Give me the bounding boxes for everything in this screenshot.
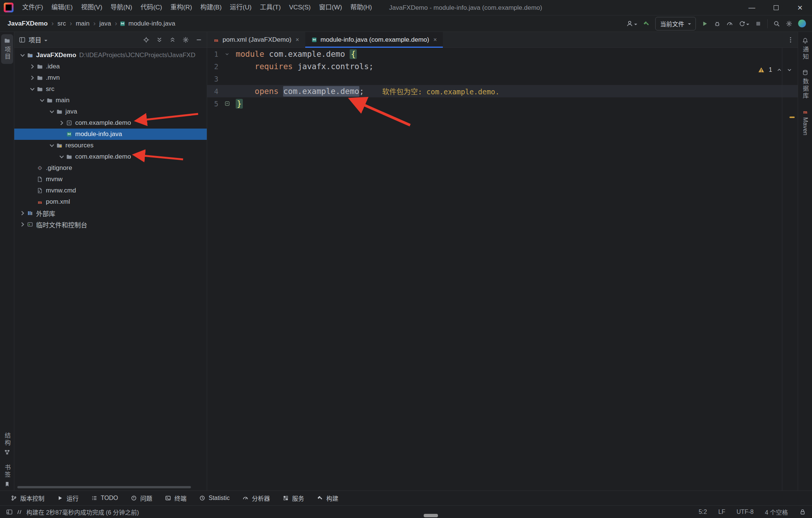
tree-item-mvnw-cmd[interactable]: mvnw.cmd: [14, 185, 207, 196]
tool-stripe-maven[interactable]: mMaven: [799, 105, 811, 139]
warning-stripe-mark[interactable]: [789, 117, 795, 118]
code-line-2[interactable]: 2 requires javafx.controls;: [207, 60, 798, 73]
status-file-encoding[interactable]: UTF-8: [736, 509, 753, 515]
editor[interactable]: 1module com.example.demo {2 requires jav…: [207, 48, 798, 491]
chevron-closed-icon[interactable]: [29, 74, 36, 82]
tab-pom[interactable]: mpom.xml (JavaFXDemo)×: [207, 32, 305, 47]
layout-widget-icon[interactable]: [6, 509, 13, 515]
menu-build[interactable]: 构建(B): [196, 0, 226, 15]
menu-tools[interactable]: 工具(T): [256, 0, 285, 15]
chevron-down-icon[interactable]: [44, 40, 47, 43]
horizontal-scrollbar[interactable]: [17, 486, 191, 488]
tree-item-external-libs[interactable]: 外部库: [14, 208, 207, 219]
maximize-button[interactable]: [764, 0, 788, 15]
tree-item-scratches[interactable]: 临时文件和控制台: [14, 219, 207, 230]
status-message[interactable]: 构建在 2秒87毫秒内成功完成 (6 分钟之前): [26, 507, 139, 516]
settings-gear-icon[interactable]: [786, 20, 792, 27]
tool-stripe-database[interactable]: 数据库: [799, 66, 811, 103]
tool-stripe-bookmarks[interactable]: 书签: [1, 461, 13, 491]
profiler-icon[interactable]: [726, 20, 733, 27]
tool-button-build[interactable]: 构建: [312, 492, 343, 504]
code-line-4[interactable]: 4 opens com.example.demo;软件包为空: com.exam…: [207, 85, 798, 97]
tree-item-mvnw[interactable]: mvnw: [14, 174, 207, 185]
menu-code[interactable]: 代码(C): [136, 0, 167, 15]
tree-item-module-info[interactable]: module-info.java: [14, 129, 207, 140]
build-hammer-icon[interactable]: [643, 20, 650, 27]
panel-settings-icon[interactable]: [182, 36, 189, 43]
locate-file-icon[interactable]: [143, 36, 150, 43]
expand-all-icon[interactable]: [156, 36, 163, 43]
tree-item-pkg-resources[interactable]: com.example.demo: [14, 151, 207, 162]
tool-button-statistic[interactable]: Statistic: [194, 493, 235, 503]
tree-item-idea[interactable]: .idea: [14, 61, 207, 72]
chevron-open-icon[interactable]: [38, 97, 46, 104]
code-with-me-icon[interactable]: [798, 20, 806, 27]
tree-item-src[interactable]: src: [14, 83, 207, 95]
tool-stripe-structure[interactable]: 结构: [1, 429, 13, 459]
tool-stripe-project[interactable]: 项目: [1, 34, 13, 64]
search-icon[interactable]: [773, 20, 780, 27]
tree-item-pom[interactable]: mpom.xml: [14, 196, 207, 208]
tool-button-services[interactable]: 服务: [278, 492, 309, 504]
status-indent-style[interactable]: 4 个空格: [765, 507, 788, 516]
tab-options-icon[interactable]: [787, 32, 794, 48]
chevron-open-icon[interactable]: [29, 85, 36, 93]
profile-button[interactable]: [626, 20, 637, 27]
breadcrumb-project[interactable]: JavaFXDemo: [6, 20, 49, 27]
write-access-lock-icon[interactable]: [799, 509, 806, 515]
hide-panel-icon[interactable]: [195, 36, 202, 43]
status-caret-position[interactable]: 5:2: [698, 509, 707, 515]
menu-navigate[interactable]: 导航(N): [106, 0, 136, 15]
tree-item-main[interactable]: main: [14, 95, 207, 106]
tool-button-version-control[interactable]: 版本控制: [6, 492, 49, 504]
tree-item-pkg-java[interactable]: com.example.demo: [14, 117, 207, 129]
tree-item-gitignore[interactable]: .gitignore: [14, 162, 207, 174]
tool-button-terminal[interactable]: 终端: [160, 492, 191, 504]
rerun-button[interactable]: [739, 20, 749, 27]
tree-item-java[interactable]: java: [14, 106, 207, 117]
chevron-open-icon[interactable]: [19, 51, 26, 59]
tree-item-root[interactable]: JavaFXDemoD:\IDEAProjects\JCNCProjects\J…: [14, 50, 207, 61]
stop-icon[interactable]: [755, 20, 762, 27]
code-line-3[interactable]: 3: [207, 73, 798, 85]
project-panel-title[interactable]: 项目: [29, 35, 41, 44]
breadcrumb-java[interactable]: java: [98, 20, 112, 27]
code-line-1[interactable]: 1module com.example.demo {: [207, 48, 798, 60]
chevron-closed-icon[interactable]: [19, 209, 26, 217]
close-tab-icon[interactable]: ×: [433, 36, 437, 43]
chevron-closed-icon[interactable]: [58, 119, 65, 127]
menu-run[interactable]: 运行(U): [226, 0, 256, 15]
chevron-closed-icon[interactable]: [29, 63, 36, 70]
inspection-widget[interactable]: 1: [758, 67, 792, 73]
chevron-open-icon[interactable]: [58, 153, 65, 161]
menu-help[interactable]: 帮助(H): [346, 0, 376, 15]
menu-vcs[interactable]: VCS(S): [285, 0, 315, 15]
next-problem-icon[interactable]: [786, 67, 792, 73]
status-line-separator[interactable]: LF: [718, 509, 726, 515]
tree-item-mvn[interactable]: .mvn: [14, 72, 207, 83]
chevron-open-icon[interactable]: [48, 108, 56, 115]
tree-item-resources[interactable]: resources: [14, 140, 207, 151]
menu-edit[interactable]: 编辑(E): [47, 0, 77, 15]
tool-button-problems[interactable]: 问题: [126, 492, 157, 504]
tab-module-info[interactable]: module-info.java (com.example.demo)×: [305, 32, 443, 47]
breadcrumb-main[interactable]: main: [74, 20, 91, 27]
tool-stripe-notifications[interactable]: 通知: [799, 34, 811, 64]
menu-view[interactable]: 视图(V): [77, 0, 106, 15]
menu-window[interactable]: 窗口(W): [315, 0, 346, 15]
close-button[interactable]: ✕: [788, 0, 812, 15]
tool-button-todo[interactable]: TODO: [86, 493, 123, 503]
debug-icon[interactable]: [714, 20, 721, 27]
run-icon[interactable]: [701, 20, 708, 27]
chevron-closed-icon[interactable]: [19, 221, 26, 228]
code-line-5[interactable]: 5}: [207, 97, 798, 110]
breadcrumb-file[interactable]: module-info.java: [127, 20, 177, 27]
menu-file[interactable]: 文件(F): [18, 0, 47, 15]
run-configuration-select[interactable]: 当前文件: [655, 17, 696, 30]
menu-refactor[interactable]: 重构(R): [166, 0, 196, 15]
chevron-open-icon[interactable]: [48, 142, 56, 149]
tool-button-run[interactable]: 运行: [52, 492, 83, 504]
collapse-all-icon[interactable]: [169, 36, 176, 43]
breadcrumb-src[interactable]: src: [56, 20, 68, 27]
minimize-button[interactable]: —: [740, 0, 764, 15]
